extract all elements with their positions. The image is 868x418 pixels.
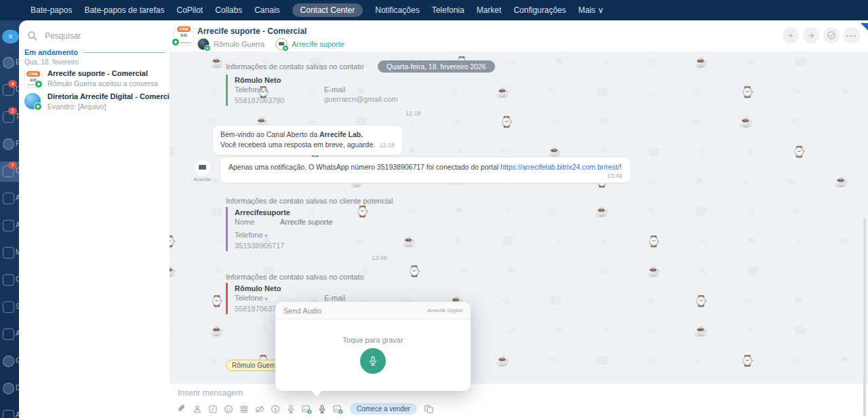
nav-mais[interactable]: Mais ∨ [578,5,604,15]
chat-body: ✉ ☕ ✎ ☎ ♫ ✈ ⌚ ✂ ⚑ ◔ ✉ ☕ ✎ ☎ ♫ ✈ ⌚ ✂ ⚑ ◔ … [170,52,868,384]
close-icon[interactable]: × [2,30,19,43]
chat-subtitle: Rômulo Guerra aceitou a conversa [47,79,158,88]
add-button[interactable]: + [783,27,799,43]
top-navigation: Bate-papos Bate-papos de tarefas CoPilot… [0,0,868,20]
phone-dropdown[interactable]: Telefone▾ [235,85,324,96]
composer: Inserir mensagem $ Comece a vender [170,384,868,418]
timestamp: 13:49 [372,254,387,261]
quote-icon[interactable] [208,404,218,415]
popup-title: Send Audio [283,307,321,315]
lead-info-block: Arrecifesuporte Nome Arrecife suporte Te… [226,207,333,251]
hidden-message-icon[interactable] [254,404,265,415]
contact-info-block: Rômulo Neto Telefone▾ 558187063780 E-mai… [226,75,397,106]
mark-done-icon[interactable] [823,27,840,43]
popup-app-name: Arrecife Digital [427,307,462,314]
name-label: Nome [235,217,280,227]
system-message-title: Informações de contato salvas no contato [226,273,364,281]
lead-name: Arrecifesuporte [235,208,333,217]
phone-value: 558187063780 [235,96,324,105]
nav-bate-papos[interactable]: Bate-papos [31,5,72,15]
channel-avatar: CRMGO [174,25,193,44]
chat-scrollbar[interactable] [863,218,866,417]
nav-market[interactable]: Market [477,5,502,15]
search-input[interactable] [43,31,148,41]
nav-telefonia[interactable]: Telefonia [432,5,465,15]
search-row [27,30,163,42]
nav-notificacoes[interactable]: Notificações [375,5,419,15]
phone-value: 351938906717 [235,241,333,250]
image-upload-icon[interactable] [301,404,312,415]
search-icon [27,31,38,41]
sphere-avatar [24,93,41,109]
chevron-down-icon: ▾ [265,88,268,94]
participant-avatar-arrecife[interactable] [275,38,288,50]
portal-link[interactable]: https://arrecifelab.bitrix24.com.br/rest… [500,163,620,171]
chevron-down-icon: ▾ [265,296,268,302]
message-input[interactable]: Inserir mensagem [178,388,243,398]
forward-icon[interactable] [803,27,819,43]
svg-text:$: $ [274,406,277,412]
date-chip: Quarta-feira, 18. fevereiro 2026 [378,60,495,73]
chat-item-diretoria-arrecife[interactable]: Diretoria Arrecife Digital - Comercial E… [22,91,167,114]
section-divider [83,52,165,53]
corner-flag [861,23,868,31]
chat-subtitle: Evandro: [Arquivo] [47,102,106,111]
contact-name: Rômulo Neto [235,284,345,293]
nav-bate-papos-de-tarefas[interactable]: Bate-papos de tarefas [84,5,164,15]
sender-avatar [194,159,212,176]
email-label: E-mail [324,85,397,94]
chevron-down-icon: ▾ [265,233,268,239]
chat-list-date: Qua, 18. fevereiro [24,58,79,66]
sender-name: Arrecife [187,176,217,183]
message-bubble-notification: Apenas uma notificação, O WhatsApp númer… [220,157,631,183]
system-message-title: Informações de contato salvas no contato [226,62,364,71]
microphone-icon [367,355,379,367]
more-icon[interactable]: ··· [844,27,860,43]
participant-name[interactable]: Rômulo Guerra [214,40,264,48]
nav-collabs[interactable]: Collabs [215,5,242,15]
timestamp: 12:18 [406,110,421,117]
start-selling-button[interactable]: Comece a vender [350,403,417,415]
contact-name: Rômulo Neto [235,75,397,85]
emoji-icon[interactable] [223,404,234,415]
phone-dropdown[interactable]: Telefone▾ [235,230,333,241]
message-bubble-welcome: Bem-vindo ao Canal Aberto da Arrecife La… [212,125,403,155]
conversation-title: Arrecife suporte - Comercial [197,26,307,36]
payment-icon[interactable]: $ [270,404,281,415]
section-title: Em andamento [24,48,78,56]
nav-copilot[interactable]: CoPilot [176,5,203,15]
name-value: Arrecife suporte [280,217,333,227]
nav-configuracoes[interactable]: Configurações [513,5,566,15]
copy-icon[interactable] [424,404,435,415]
chat-item-arrecife-suporte[interactable]: CRMGO Arrecife suporte - Comercial Rômul… [22,68,167,91]
chat-title: Diretoria Arrecife Digital - Comercial [47,92,176,100]
contact-icon[interactable] [192,404,203,415]
popup-tail [311,391,322,396]
online-badge [35,80,43,88]
crm-logo-avatar: CRMGO [24,70,41,86]
timestamp: 12:18 [379,142,395,149]
chat-list-panel: Em andamento Qua, 18. fevereiro CRMGO Ar… [19,20,170,418]
email-label: E-mail [324,293,345,303]
chat-header: CRMGO Arrecife suporte - Comercial Rômul… [170,20,868,52]
participant-name[interactable]: Arrecife suporte [292,40,344,48]
nav-canais[interactable]: Canais [254,5,279,15]
timestamp: 13:49 [607,171,623,180]
participant-avatar-romulo[interactable] [197,38,210,50]
online-badge [172,38,180,46]
image-upload-icon-2[interactable] [332,404,343,415]
chat-title: Arrecife suporte - Comercial [47,69,148,77]
microphone-icon[interactable] [285,404,296,415]
attach-icon[interactable] [176,404,187,415]
record-button[interactable] [360,348,386,374]
send-audio-popup: Send Audio Arrecife Digital Toque para g… [275,302,471,391]
record-hint: Toque para gravar [275,336,471,344]
online-badge [34,102,42,111]
email-value: guerrarcn@gmail.com [324,94,397,104]
saved-replies-icon[interactable] [239,404,250,415]
system-message-title: Informações de contato salvas no cliente… [226,197,393,205]
record-audio-icon[interactable] [317,404,328,415]
nav-contact-center[interactable]: Contact Center [292,3,363,17]
